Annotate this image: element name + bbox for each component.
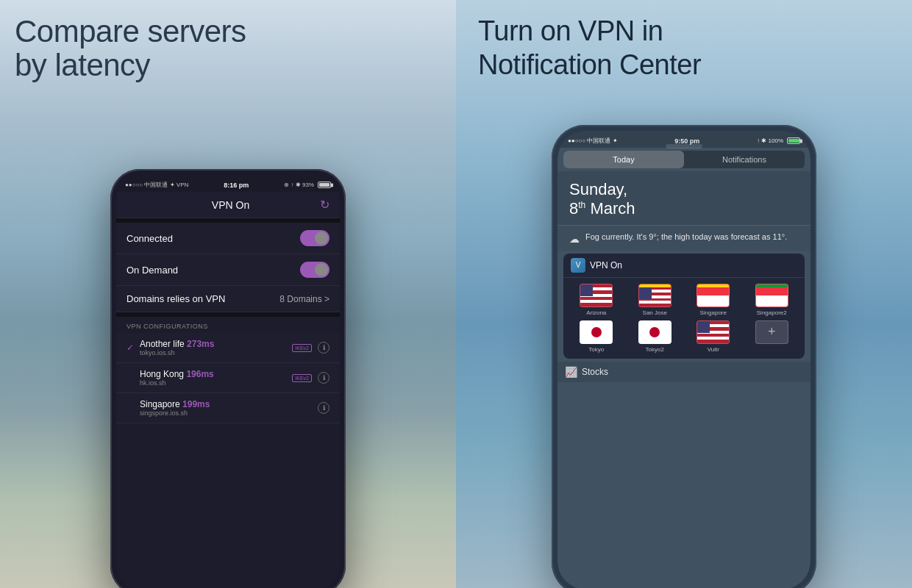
flag-singapore2 <box>755 284 788 307</box>
left-title-line2: by latency <box>15 48 150 82</box>
server-item-arizona[interactable]: Arizona <box>569 284 624 316</box>
connected-toggle[interactable] <box>300 230 329 246</box>
vpn-widget-title: VPN On <box>590 260 622 270</box>
toggle-knob-connected <box>315 232 328 245</box>
status-right-left: ⊕ ↑ ✱ 93% <box>284 182 331 188</box>
server-item-add[interactable]: + <box>745 320 799 353</box>
stocks-label: Stocks <box>582 367 608 377</box>
connected-label: Connected <box>127 233 173 244</box>
config-item-3[interactable]: ✓ Singapore 199ms singspore.ios.sh ℹ <box>116 393 340 423</box>
weather-icon: ☁ <box>569 233 580 245</box>
right-title-line2: Notification Center <box>478 49 701 80</box>
stocks-icon: 📈 <box>565 366 577 378</box>
add-server-button[interactable]: + <box>755 320 788 344</box>
server-label-arizona: Arizona <box>586 309 606 316</box>
left-title-block: Compare servers by latency <box>15 15 246 82</box>
phone-inner-left: ●●○○○ 中国联通 ✦ VPN 8:16 pm ⊕ ↑ ✱ 93% VPN O… <box>116 175 340 588</box>
tab-today[interactable]: Today <box>563 151 684 168</box>
server-item-sanjose[interactable]: San Jose <box>628 284 683 316</box>
config-badge-1: IKEv2 <box>292 344 312 352</box>
domains-label: Domains relies on VPN <box>127 293 225 304</box>
vpn-config-header: VPN CONFIGURATIONS <box>116 317 340 333</box>
config-check-1: ✓ <box>127 343 134 353</box>
status-time-right: 9:50 pm <box>674 137 699 145</box>
vpn-header-title: VPN On <box>141 199 320 211</box>
weather-row: ☁ Fog currently. It's 9°; the high today… <box>557 225 811 251</box>
left-title: Compare servers by latency <box>15 15 246 82</box>
vpn-widget-logo: V <box>571 258 585 273</box>
server-item-tokyo[interactable]: Tokyo <box>569 320 624 353</box>
toggle-knob-demand <box>315 263 328 276</box>
config-check-2: ✓ <box>127 373 134 383</box>
server-label-vultr: Vultr <box>708 346 719 353</box>
flag-vultr <box>697 320 730 344</box>
phone-mockup-left: ●●○○○ 中国联通 ✦ VPN 8:16 pm ⊕ ↑ ✱ 93% VPN O… <box>110 169 346 588</box>
flag-sanjose <box>638 284 671 307</box>
config-sub-1: tokyo.ios.sh <box>140 349 286 356</box>
weather-text: Fog currently. It's 9°; the high today w… <box>585 232 787 243</box>
status-left-right: ●●○○○ 中国联通 ✦ <box>568 137 618 145</box>
server-item-singapore2[interactable]: Singapore2 <box>745 284 799 316</box>
config-name-3: Singapore 199ms <box>140 399 300 409</box>
refresh-icon[interactable]: ↻ <box>320 198 329 212</box>
config-info-btn-3[interactable]: ℹ <box>318 402 329 414</box>
phone-inner-right: ●●○○○ 中国联通 ✦ 9:50 pm ↑ ✱ 100% Today Noti… <box>557 131 811 588</box>
on-demand-toggle[interactable] <box>300 262 329 278</box>
battery-icon-right <box>787 137 800 144</box>
config-badge-2: IKEv2 <box>292 374 312 382</box>
vpn-header: VPN On ↻ <box>116 192 340 218</box>
right-panel: Turn on VPN in Notification Center ●●○○○… <box>456 0 912 588</box>
config-sub-2: hk.ios.sh <box>140 379 286 387</box>
stocks-row: 📈 Stocks <box>557 362 811 382</box>
right-title-line1: Turn on VPN in <box>478 15 663 46</box>
server-item-tokyo2[interactable]: Tokyo2 <box>628 320 683 353</box>
config-name-1: Another life 273ms <box>140 339 286 349</box>
notification-tabs: Today Notifications <box>563 151 805 168</box>
status-bar-left: ●●○○○ 中国联通 ✦ VPN 8:16 pm ⊕ ↑ ✱ 93% <box>116 175 340 192</box>
left-panel: Compare servers by latency ●●○○○ 中国联通 ✦ … <box>0 0 456 588</box>
status-bar-right: ●●○○○ 中国联通 ✦ 9:50 pm ↑ ✱ 100% <box>557 131 811 148</box>
on-demand-label: On Demand <box>127 265 178 276</box>
flag-bar-singapore2 <box>756 284 788 287</box>
config-name-2: Hong Kong 196ms <box>140 369 286 379</box>
status-time-left: 8:16 pm <box>224 182 249 189</box>
flag-tokyo2 <box>638 320 671 344</box>
server-label-singapore: Singapore <box>700 309 727 316</box>
vpn-widget-header: V VPN On <box>563 254 805 278</box>
phone-screen-right: ●●○○○ 中国联通 ✦ 9:50 pm ↑ ✱ 100% Today Noti… <box>557 131 811 588</box>
config-sub-3: singspore.ios.sh <box>140 409 300 417</box>
config-info-1: Another life 273ms tokyo.ios.sh <box>140 339 286 356</box>
date-text-line1: Sunday, <box>569 180 799 199</box>
config-badge-3 <box>306 406 312 409</box>
domains-value: 8 Domains > <box>279 294 329 304</box>
flag-bar-singapore <box>697 284 729 287</box>
flag-arizona <box>580 284 613 307</box>
on-demand-row: On Demand <box>116 254 340 286</box>
config-info-2: Hong Kong 196ms hk.ios.sh <box>140 369 286 387</box>
status-icons-right: ↑ ✱ 100% <box>757 137 800 144</box>
domains-row[interactable]: Domains relies on VPN 8 Domains > <box>116 286 340 312</box>
battery-icon-left <box>318 182 331 188</box>
server-item-vultr[interactable]: Vultr <box>686 320 741 353</box>
config-info-3: Singapore 199ms singspore.ios.sh <box>140 399 300 417</box>
left-title-line1: Compare servers <box>15 14 246 49</box>
tab-notifications[interactable]: Notifications <box>684 151 805 168</box>
status-left-text: ●●○○○ 中国联通 ✦ VPN <box>125 181 188 189</box>
right-title-block: Turn on VPN in Notification Center <box>478 15 701 82</box>
connected-row: Connected <box>116 223 340 254</box>
server-label-singapore2: Singapore2 <box>757 309 787 316</box>
phone-screen-left: ●●○○○ 中国联通 ✦ VPN 8:16 pm ⊕ ↑ ✱ 93% VPN O… <box>116 175 340 588</box>
config-item-1[interactable]: ✓ Another life 273ms tokyo.ios.sh IKEv2 … <box>116 333 340 363</box>
server-label-tokyo: Tokyo <box>588 346 604 353</box>
server-item-singapore[interactable]: Singapore <box>686 284 741 316</box>
config-info-btn-2[interactable]: ℹ <box>318 372 329 384</box>
config-info-btn-1[interactable]: ℹ <box>318 342 329 354</box>
vpn-widget: V VPN On <box>563 254 805 359</box>
right-title: Turn on VPN in Notification Center <box>478 15 701 82</box>
server-label-sanjose: San Jose <box>643 309 667 316</box>
date-display: Sunday, 8th March <box>557 171 811 225</box>
date-text-line2: 8th March <box>569 199 799 218</box>
server-grid: Arizona <box>563 278 805 359</box>
config-item-2[interactable]: ✓ Hong Kong 196ms hk.ios.sh IKEv2 ℹ <box>116 363 340 393</box>
server-label-tokyo2: Tokyo2 <box>646 346 664 353</box>
